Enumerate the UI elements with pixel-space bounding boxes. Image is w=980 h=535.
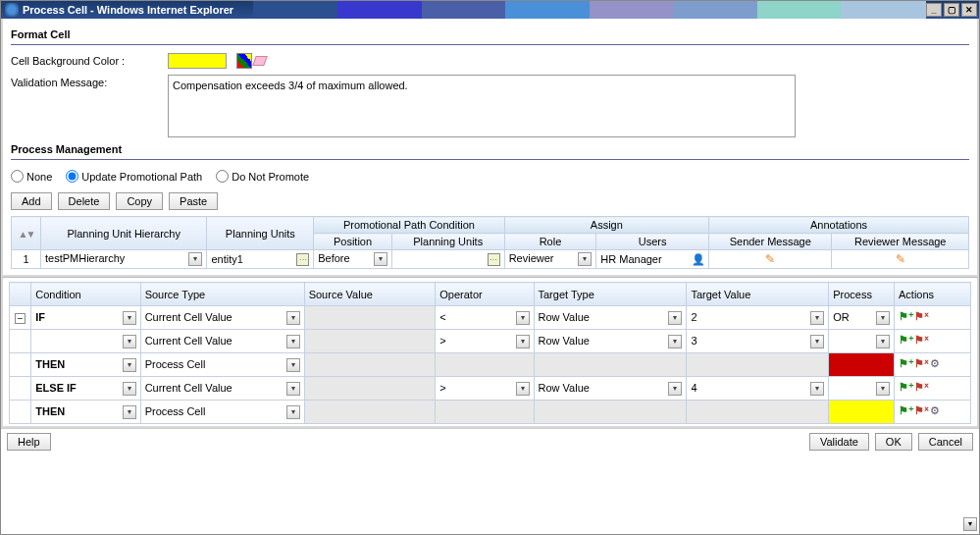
cell-operator[interactable]: >	[436, 377, 534, 401]
cell-process[interactable]	[829, 377, 895, 401]
chevron-down-icon[interactable]	[286, 335, 300, 348]
bg-color-swatch[interactable]	[168, 53, 227, 69]
add-rule-icon[interactable]: ⚑⁺	[899, 381, 913, 396]
add-rule-icon[interactable]: ⚑⁺	[899, 357, 913, 372]
cell-condition[interactable]: IF	[31, 306, 140, 330]
chevron-down-icon[interactable]	[123, 311, 136, 325]
chevron-down-icon[interactable]	[188, 252, 202, 266]
chevron-down-icon[interactable]	[876, 382, 890, 396]
pencil-icon[interactable]: ✎	[896, 252, 905, 266]
minimize-button[interactable]: _	[926, 3, 942, 17]
cell-condition[interactable]: THEN	[31, 401, 140, 424]
copy-button[interactable]: Copy	[116, 192, 163, 210]
chevron-down-icon[interactable]	[516, 382, 530, 396]
cell-puh[interactable]: testPMHierarchy	[41, 250, 207, 269]
delete-rule-icon[interactable]: ⚑ˣ	[914, 310, 929, 325]
ok-button[interactable]: OK	[875, 433, 912, 451]
rule-row[interactable]: −IFCurrent Cell Value<Row Value2OR⚑⁺⚑ˣ	[10, 306, 971, 330]
eraser-icon[interactable]	[252, 56, 268, 66]
chevron-down-icon[interactable]	[286, 311, 300, 325]
maximize-button[interactable]: ▢	[944, 3, 959, 17]
rule-row[interactable]: ELSE IFCurrent Cell Value>Row Value4⚑⁺⚑ˣ	[10, 377, 971, 401]
gear-icon[interactable]: ⚙	[930, 357, 945, 372]
validate-button[interactable]: Validate	[809, 433, 869, 451]
cell-srctype[interactable]: Process Cell	[140, 401, 304, 424]
rule-row[interactable]: THENProcess Cell⚑⁺⚑ˣ⚙	[10, 401, 971, 424]
cell-sender[interactable]: ✎	[709, 250, 832, 269]
cell-role[interactable]: Reviewer	[504, 250, 596, 269]
cell-condition[interactable]	[31, 330, 140, 353]
chevron-down-icon[interactable]	[810, 382, 824, 396]
add-rule-icon[interactable]: ⚑⁺	[899, 310, 913, 325]
close-button[interactable]: ✕	[961, 3, 977, 17]
delete-rule-icon[interactable]: ⚑ˣ	[914, 381, 929, 396]
chevron-down-icon[interactable]	[123, 335, 136, 348]
cell-tgtval[interactable]: 3	[687, 330, 829, 353]
delete-rule-icon[interactable]: ⚑ˣ	[914, 334, 929, 348]
cell-operator[interactable]: >	[436, 330, 534, 353]
chevron-down-icon[interactable]	[516, 311, 530, 325]
cell-process[interactable]	[829, 330, 895, 353]
chevron-down-icon[interactable]	[876, 311, 890, 325]
cell-tgtval[interactable]: 2	[687, 306, 829, 330]
cell-tgttype[interactable]: Row Value	[534, 306, 687, 330]
cell-process[interactable]: OR	[829, 306, 895, 330]
chevron-down-icon[interactable]	[810, 335, 824, 348]
cell-process[interactable]	[829, 353, 895, 377]
cell-condition[interactable]: ELSE IF	[31, 377, 140, 401]
chevron-down-icon[interactable]	[668, 311, 682, 325]
cell-pu[interactable]: entity1⋯	[207, 250, 314, 269]
chevron-down-icon[interactable]	[876, 335, 890, 348]
radio-donot[interactable]: Do Not Promote	[216, 170, 309, 183]
rule-row[interactable]: THENProcess Cell⚑⁺⚑ˣ⚙	[10, 353, 971, 377]
add-rule-icon[interactable]: ⚑⁺	[899, 404, 913, 419]
scroll-down-icon[interactable]: ▾	[963, 517, 977, 531]
cell-tgttype[interactable]: Row Value	[534, 377, 687, 401]
chevron-down-icon[interactable]	[668, 335, 682, 348]
add-button[interactable]: Add	[11, 192, 52, 210]
collapse-icon[interactable]: −	[15, 313, 26, 324]
radio-update[interactable]: Update Promotional Path	[66, 170, 202, 183]
cell-tgtval[interactable]: 4	[687, 377, 829, 401]
chevron-down-icon[interactable]	[286, 382, 300, 396]
person-lookup-icon[interactable]: 👤	[692, 253, 704, 266]
cell-process[interactable]	[829, 401, 895, 424]
delete-rule-icon[interactable]: ⚑ˣ	[914, 357, 929, 372]
delete-rule-icon[interactable]: ⚑ˣ	[914, 404, 929, 419]
chevron-down-icon[interactable]	[123, 382, 136, 396]
cell-tgttype[interactable]: Row Value	[534, 330, 687, 353]
chevron-down-icon[interactable]	[516, 335, 530, 348]
chevron-down-icon[interactable]	[123, 358, 136, 372]
pencil-icon[interactable]: ✎	[765, 252, 775, 266]
lookup-icon[interactable]: ⋯	[488, 253, 500, 266]
radio-none[interactable]: None	[11, 170, 52, 183]
chevron-down-icon[interactable]	[286, 405, 300, 419]
cell-srctype[interactable]: Current Cell Value	[140, 306, 304, 330]
sort-arrows-icon[interactable]: ▲▼	[19, 229, 34, 240]
chevron-down-icon[interactable]	[668, 382, 682, 396]
cell-reviewer[interactable]: ✎	[832, 250, 969, 269]
color-picker-icon[interactable]	[236, 53, 252, 69]
cancel-button[interactable]: Cancel	[918, 433, 973, 451]
delete-button[interactable]: Delete	[58, 192, 111, 210]
cell-users[interactable]: HR Manager👤	[596, 250, 709, 269]
cell-srctype[interactable]: Current Cell Value	[140, 377, 304, 401]
cell-srctype[interactable]: Current Cell Value	[140, 330, 304, 353]
cell-condition[interactable]: THEN	[31, 353, 140, 377]
cell-srctype[interactable]: Process Cell	[140, 353, 304, 377]
lookup-icon[interactable]: ⋯	[296, 253, 309, 266]
cell-operator[interactable]: <	[436, 306, 534, 330]
cell-position[interactable]: Before	[314, 250, 392, 269]
validation-message-textarea[interactable]	[168, 75, 796, 137]
gear-icon[interactable]: ⚙	[930, 404, 945, 419]
grid-row[interactable]: 1 testPMHierarchy entity1⋯ Before ⋯ Revi…	[12, 250, 969, 269]
help-button[interactable]: Help	[7, 433, 51, 451]
chevron-down-icon[interactable]	[123, 405, 136, 419]
chevron-down-icon[interactable]	[810, 311, 824, 325]
rule-row[interactable]: Current Cell Value>Row Value3⚑⁺⚑ˣ	[10, 330, 971, 353]
cell-pu2[interactable]: ⋯	[391, 250, 504, 269]
add-rule-icon[interactable]: ⚑⁺	[899, 334, 913, 348]
chevron-down-icon[interactable]	[286, 358, 300, 372]
chevron-down-icon[interactable]	[374, 252, 387, 266]
paste-button[interactable]: Paste	[169, 192, 218, 210]
